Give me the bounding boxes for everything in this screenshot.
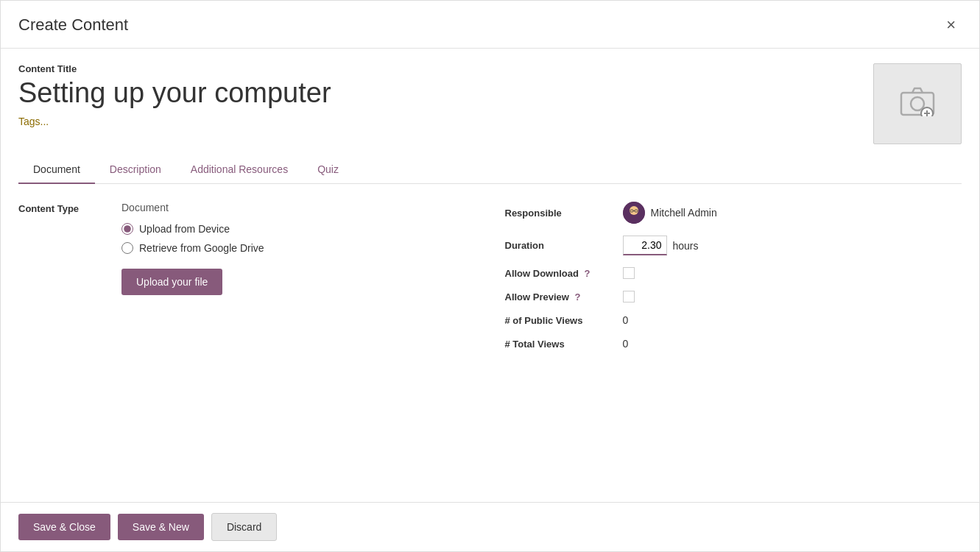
tab-description[interactable]: Description: [95, 156, 176, 184]
content-type-label: Content Type: [18, 202, 121, 214]
duration-unit: hours: [673, 240, 699, 252]
tab-document[interactable]: Document: [18, 156, 95, 184]
close-button[interactable]: ×: [940, 14, 962, 36]
modal-header: Create Content ×: [1, 1, 979, 49]
cover-image-placeholder[interactable]: [873, 63, 962, 144]
modal-title: Create Content: [18, 15, 128, 35]
tabs: Document Description Additional Resource…: [18, 156, 962, 184]
modal-body: Content Title Setting up your computer T…: [1, 49, 979, 502]
tags-link[interactable]: Tags...: [18, 116, 49, 127]
allow-download-help-icon[interactable]: ?: [585, 268, 591, 279]
content-title-left: Content Title Setting up your computer T…: [18, 63, 859, 128]
duration-value: hours: [623, 236, 699, 255]
allow-preview-checkbox[interactable]: [623, 291, 635, 302]
responsible-value: Mitchell Admin: [623, 202, 717, 224]
save-new-button[interactable]: Save & New: [118, 514, 204, 540]
content-type-value: Document: [121, 202, 169, 213]
create-content-modal: Create Content × Content Title Setting u…: [0, 0, 980, 552]
public-views-label: # of Public Views: [505, 315, 623, 326]
content-title-section: Content Title Setting up your computer T…: [18, 63, 962, 144]
duration-input[interactable]: [623, 236, 667, 255]
radio-google-input[interactable]: [121, 242, 133, 254]
camera-icon: [900, 85, 935, 123]
allow-preview-help-icon[interactable]: ?: [575, 291, 581, 302]
duration-row: Duration hours: [505, 236, 962, 255]
upload-file-button[interactable]: Upload your file: [121, 269, 222, 295]
total-views-value: 0: [623, 338, 629, 350]
tab-quiz[interactable]: Quiz: [303, 156, 353, 184]
svg-point-1: [911, 97, 924, 110]
public-views-value: 0: [623, 314, 629, 326]
allow-download-value: [623, 267, 635, 279]
responsible-name: Mitchell Admin: [651, 207, 717, 219]
form-right: Responsible: [505, 202, 962, 361]
content-title-label: Content Title: [18, 63, 859, 74]
discard-button[interactable]: Discard: [211, 513, 277, 541]
content-type-row: Content Type Document: [18, 202, 476, 214]
allow-preview-row: Allow Preview ?: [505, 291, 962, 302]
modal-footer: Save & Close Save & New Discard: [1, 502, 979, 551]
save-close-button[interactable]: Save & Close: [18, 514, 110, 540]
form-left: Content Type Document Upload from Device…: [18, 202, 476, 361]
radio-google-label: Retrieve from Google Drive: [139, 242, 264, 254]
radio-group: Upload from Device Retrieve from Google …: [121, 223, 476, 254]
form-section: Content Type Document Upload from Device…: [18, 202, 962, 361]
radio-google[interactable]: Retrieve from Google Drive: [121, 242, 476, 254]
total-views-label: # Total Views: [505, 339, 623, 350]
responsible-row: Responsible: [505, 202, 962, 224]
radio-upload-label: Upload from Device: [139, 223, 230, 235]
responsible-label: Responsible: [505, 208, 623, 219]
avatar: [623, 202, 645, 224]
content-title-value: Setting up your computer: [18, 77, 859, 109]
allow-preview-label: Allow Preview ?: [505, 291, 623, 302]
allow-download-row: Allow Download ?: [505, 267, 962, 279]
allow-preview-value: [623, 291, 635, 302]
duration-label: Duration: [505, 240, 623, 251]
radio-upload[interactable]: Upload from Device: [121, 223, 476, 235]
svg-point-6: [630, 206, 638, 215]
tab-additional-resources[interactable]: Additional Resources: [176, 156, 303, 184]
total-views-row: # Total Views 0: [505, 338, 962, 350]
allow-download-checkbox[interactable]: [623, 267, 635, 279]
allow-download-label: Allow Download ?: [505, 268, 623, 279]
public-views-row: # of Public Views 0: [505, 314, 962, 326]
radio-upload-input[interactable]: [121, 223, 133, 235]
